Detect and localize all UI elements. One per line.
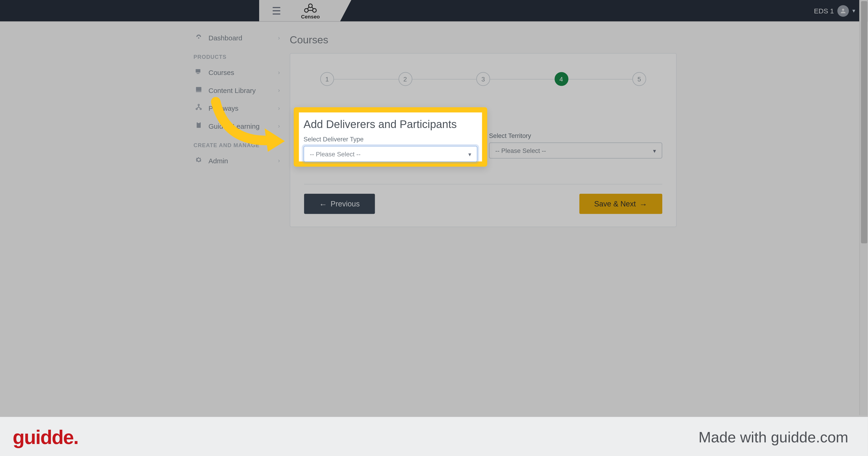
arrow-right-icon: [639, 199, 647, 208]
svg-rect-14: [197, 122, 201, 128]
page-title: Courses: [290, 34, 329, 46]
sidebar-label: Dashboard: [209, 34, 278, 42]
clipboard-icon: [193, 121, 204, 131]
chevron-right-icon: ›: [278, 123, 280, 130]
hamburger-wrap: ☰: [259, 0, 294, 22]
select-value: -- Please Select --: [495, 147, 546, 154]
svg-point-11: [198, 104, 199, 106]
select-value: -- Please Select --: [310, 151, 361, 158]
svg-point-1: [305, 8, 308, 12]
chevron-right-icon: ›: [278, 158, 280, 164]
avatar: [837, 5, 849, 17]
svg-line-4: [312, 7, 313, 9]
topbar: ☰ Censeo: [0, 0, 868, 22]
svg-rect-8: [197, 73, 199, 74]
user-icon: [840, 7, 846, 14]
step-3[interactable]: 3: [476, 72, 490, 86]
svg-point-12: [196, 108, 197, 110]
svg-text:Censeo: Censeo: [301, 13, 320, 19]
dashboard-icon: [193, 33, 204, 43]
sidebar-item-dashboard[interactable]: Dashboard ›: [191, 29, 282, 47]
sidebar-item-pathways[interactable]: Pathways ›: [191, 99, 282, 117]
save-next-button[interactable]: Save & Next: [579, 194, 662, 214]
footer-right-text: Made with guidde.com: [699, 429, 848, 447]
sidebar-item-courses[interactable]: Courses ›: [191, 63, 282, 81]
svg-point-2: [313, 8, 316, 12]
button-label: Save & Next: [594, 200, 636, 208]
button-row: Previous Save & Next: [290, 184, 676, 214]
guidde-logo: guidde.: [13, 426, 78, 449]
sidebar-item-content-library[interactable]: Content Library ›: [191, 81, 282, 99]
section-heading-spotlight: Add Deliverers and Participants: [304, 118, 477, 133]
step-4[interactable]: 4: [554, 72, 568, 86]
censeo-logo-icon: Censeo: [297, 2, 324, 19]
sidebar-label: Admin: [209, 156, 278, 165]
sidebar-section-create: CREATE AND MANAGE: [191, 135, 282, 152]
deliverer-type-select-spotlight[interactable]: -- Please Select -- ▾: [304, 146, 477, 162]
user-menu[interactable]: EDS 1 ▾: [814, 5, 855, 17]
tutorial-spotlight: Add Deliverers and Participants Select D…: [294, 107, 487, 167]
step-2[interactable]: 2: [398, 72, 412, 86]
territory-select[interactable]: -- Please Select -- ▾: [489, 143, 662, 159]
svg-point-13: [200, 108, 202, 110]
library-icon: [193, 85, 204, 95]
chevron-right-icon: ›: [278, 105, 280, 111]
sidebar-label: Pathways: [209, 104, 278, 112]
hamburger-icon[interactable]: ☰: [272, 4, 281, 17]
chevron-down-icon: ▾: [468, 151, 471, 157]
gear-icon: [193, 156, 204, 166]
sidebar-item-guided-learning[interactable]: Guided Learning ›: [191, 117, 282, 135]
territory-label: Select Territory: [489, 132, 662, 139]
sidebar: Dashboard › PRODUCTS Courses › Content L…: [191, 29, 282, 170]
arrow-left-icon: [319, 199, 327, 208]
pathways-icon: [193, 103, 204, 113]
user-label: EDS 1: [814, 7, 834, 15]
sidebar-label: Courses: [209, 68, 278, 76]
logo[interactable]: Censeo: [294, 0, 340, 22]
form-col-territory: Select Territory -- Please Select -- ▾: [489, 132, 662, 159]
sidebar-label: Content Library: [209, 86, 278, 94]
svg-line-3: [308, 7, 309, 9]
svg-rect-9: [196, 87, 202, 91]
deliverer-type-label-spotlight: Select Deliverer Type: [304, 136, 477, 143]
chevron-right-icon: ›: [278, 87, 280, 94]
chevron-right-icon: ›: [278, 69, 280, 76]
scrollbar[interactable]: [859, 0, 868, 415]
chevron-down-icon: ▾: [653, 147, 656, 154]
previous-button[interactable]: Previous: [304, 194, 375, 214]
sidebar-section-products: PRODUCTS: [191, 47, 282, 64]
courses-icon: [193, 67, 204, 78]
svg-rect-15: [198, 122, 200, 123]
step-1[interactable]: 1: [320, 72, 334, 86]
button-label: Previous: [331, 200, 360, 208]
sidebar-label: Guided Learning: [209, 122, 278, 130]
caret-down-icon: ▾: [852, 8, 855, 14]
svg-rect-10: [196, 91, 202, 92]
svg-rect-7: [195, 69, 200, 73]
topbar-left: ☰ Censeo: [0, 0, 340, 22]
chevron-right-icon: ›: [278, 35, 280, 41]
scrollbar-thumb[interactable]: [861, 1, 868, 243]
wizard-steps: 1 2 3 4 5: [290, 54, 676, 92]
footer-band: guidde. Made with guidde.com: [0, 417, 868, 456]
sidebar-item-admin[interactable]: Admin ›: [191, 152, 282, 170]
step-5[interactable]: 5: [632, 72, 646, 86]
